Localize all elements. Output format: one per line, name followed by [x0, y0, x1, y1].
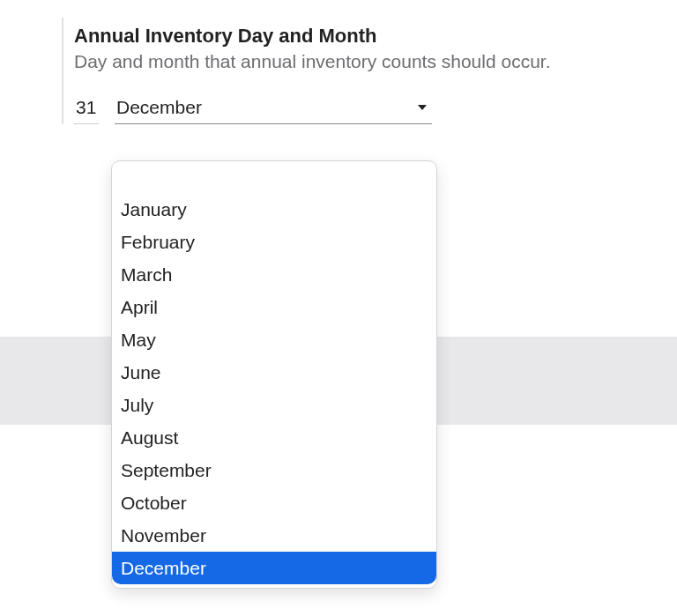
month-option-july[interactable]: July: [112, 389, 436, 421]
month-option-february[interactable]: February: [112, 226, 436, 258]
month-option-march[interactable]: March: [112, 258, 436, 291]
month-option-october[interactable]: October: [112, 486, 436, 519]
month-option-june[interactable]: June: [112, 356, 436, 389]
settings-panel: Annual Inventory Day and Month Day and m…: [62, 18, 642, 124]
month-option-january[interactable]: January: [112, 193, 436, 226]
month-option-april[interactable]: April: [112, 291, 436, 323]
chevron-down-icon: [418, 105, 427, 110]
month-select-value: December: [116, 97, 202, 118]
setting-description: Day and month that annual inventory coun…: [74, 51, 642, 72]
month-option-august[interactable]: August: [112, 421, 436, 454]
month-option-september[interactable]: September: [112, 454, 436, 486]
day-month-row: 31 December: [74, 93, 642, 124]
month-select[interactable]: December: [115, 93, 432, 124]
month-option-december[interactable]: December: [112, 552, 436, 584]
month-dropdown[interactable]: January February March April May June Ju…: [111, 160, 437, 589]
setting-title: Annual Inventory Day and Month: [74, 25, 642, 48]
month-option-may[interactable]: May: [112, 323, 436, 356]
month-option-november[interactable]: November: [112, 519, 436, 552]
day-input[interactable]: 31: [74, 93, 99, 124]
